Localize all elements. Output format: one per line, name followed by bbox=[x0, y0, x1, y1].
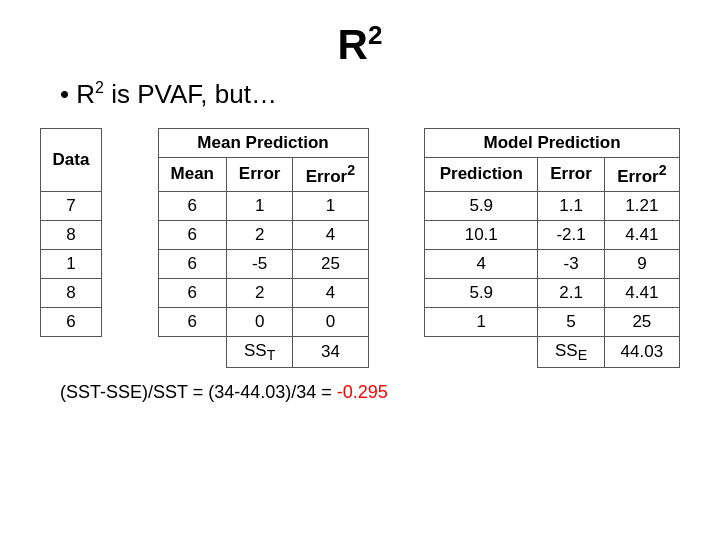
cell-merror2: 4.41 bbox=[604, 220, 679, 249]
spacer-1 bbox=[101, 129, 158, 158]
cell-error2: 4 bbox=[293, 278, 368, 307]
cell-spacer bbox=[101, 191, 158, 220]
cell-merror: -3 bbox=[538, 249, 604, 278]
data-table-wrapper: Data Mean Prediction Model Prediction Me… bbox=[40, 128, 680, 368]
subtitle-text: is PVAF, but… bbox=[104, 79, 277, 109]
cell-data: 8 bbox=[41, 278, 102, 307]
footer-value: -0.295 bbox=[337, 382, 388, 402]
cell-mean: 6 bbox=[158, 191, 226, 220]
cell-spacer bbox=[101, 307, 158, 336]
sum-data-empty bbox=[41, 336, 102, 367]
cell-spacer2 bbox=[368, 278, 425, 307]
cell-merror: -2.1 bbox=[538, 220, 604, 249]
col-prediction: Prediction bbox=[425, 158, 538, 192]
col-error: Error bbox=[226, 158, 292, 192]
sum-row: SST 34 SSE 44.03 bbox=[41, 336, 680, 367]
cell-data: 8 bbox=[41, 220, 102, 249]
spacer-2 bbox=[368, 129, 425, 158]
cell-mean: 6 bbox=[158, 307, 226, 336]
cell-spacer2 bbox=[368, 249, 425, 278]
cell-merror2: 9 bbox=[604, 249, 679, 278]
col-mean-prediction: Mean Prediction bbox=[158, 129, 368, 158]
cell-spacer bbox=[101, 278, 158, 307]
cell-prediction: 1 bbox=[425, 307, 538, 336]
footer-text-static: (SST-SSE)/SST = (34-44.03)/34 = bbox=[60, 382, 337, 402]
cell-mean: 6 bbox=[158, 220, 226, 249]
col-model-prediction: Model Prediction bbox=[425, 129, 680, 158]
sum-spacer2 bbox=[368, 336, 425, 367]
cell-spacer2 bbox=[368, 220, 425, 249]
cell-error: 1 bbox=[226, 191, 292, 220]
sum-sse-label: SSE bbox=[538, 336, 604, 367]
title-superscript: 2 bbox=[368, 20, 382, 50]
cell-merror2: 4.41 bbox=[604, 278, 679, 307]
cell-prediction: 5.9 bbox=[425, 191, 538, 220]
sum-spacer bbox=[101, 336, 158, 367]
cell-spacer2 bbox=[368, 191, 425, 220]
cell-mean: 6 bbox=[158, 249, 226, 278]
cell-merror2: 25 bbox=[604, 307, 679, 336]
table-row: 8 6 2 4 5.9 2.1 4.41 bbox=[41, 278, 680, 307]
cell-error2: 25 bbox=[293, 249, 368, 278]
col-mean: Mean bbox=[158, 158, 226, 192]
col-data: Data bbox=[41, 129, 102, 192]
cell-error2: 4 bbox=[293, 220, 368, 249]
col-error2: Error2 bbox=[293, 158, 368, 192]
cell-data: 1 bbox=[41, 249, 102, 278]
header-row-1: Data Mean Prediction Model Prediction bbox=[41, 129, 680, 158]
cell-spacer bbox=[101, 220, 158, 249]
cell-prediction: 4 bbox=[425, 249, 538, 278]
sum-sst-label: SST bbox=[226, 336, 292, 367]
cell-error2: 1 bbox=[293, 191, 368, 220]
table-row: 6 6 0 0 1 5 25 bbox=[41, 307, 680, 336]
header-row-2: Mean Error Error2 Prediction Error Error… bbox=[41, 158, 680, 192]
table-row: 8 6 2 4 10.1 -2.1 4.41 bbox=[41, 220, 680, 249]
cell-spacer bbox=[101, 249, 158, 278]
data-table: Data Mean Prediction Model Prediction Me… bbox=[40, 128, 680, 368]
col-merror: Error bbox=[538, 158, 604, 192]
cell-data: 7 bbox=[41, 191, 102, 220]
sum-mean-empty bbox=[158, 336, 226, 367]
cell-data: 6 bbox=[41, 307, 102, 336]
table-body: 7 6 1 1 5.9 1.1 1.21 8 6 2 4 10.1 -2.1 4… bbox=[41, 191, 680, 367]
cell-error: 0 bbox=[226, 307, 292, 336]
footer-formula: (SST-SSE)/SST = (34-44.03)/34 = -0.295 bbox=[60, 382, 388, 403]
sum-sse-val: 44.03 bbox=[604, 336, 679, 367]
cell-error: 2 bbox=[226, 278, 292, 307]
sum-pred-empty bbox=[425, 336, 538, 367]
table-row: 1 6 -5 25 4 -3 9 bbox=[41, 249, 680, 278]
cell-mean: 6 bbox=[158, 278, 226, 307]
cell-prediction: 10.1 bbox=[425, 220, 538, 249]
subtitle: • R2 is PVAF, but… bbox=[60, 79, 277, 110]
cell-error: 2 bbox=[226, 220, 292, 249]
cell-error2: 0 bbox=[293, 307, 368, 336]
sum-sst-val: 34 bbox=[293, 336, 368, 367]
spacer-3 bbox=[101, 158, 158, 192]
cell-error: -5 bbox=[226, 249, 292, 278]
table-row: 7 6 1 1 5.9 1.1 1.21 bbox=[41, 191, 680, 220]
spacer-4 bbox=[368, 158, 425, 192]
cell-merror: 1.1 bbox=[538, 191, 604, 220]
cell-prediction: 5.9 bbox=[425, 278, 538, 307]
subtitle-superscript: 2 bbox=[95, 79, 104, 96]
col-merror2: Error2 bbox=[604, 158, 679, 192]
subtitle-r: R bbox=[76, 79, 95, 109]
page-title: R2 bbox=[338, 20, 383, 69]
cell-merror: 2.1 bbox=[538, 278, 604, 307]
cell-merror: 5 bbox=[538, 307, 604, 336]
cell-merror2: 1.21 bbox=[604, 191, 679, 220]
cell-spacer2 bbox=[368, 307, 425, 336]
